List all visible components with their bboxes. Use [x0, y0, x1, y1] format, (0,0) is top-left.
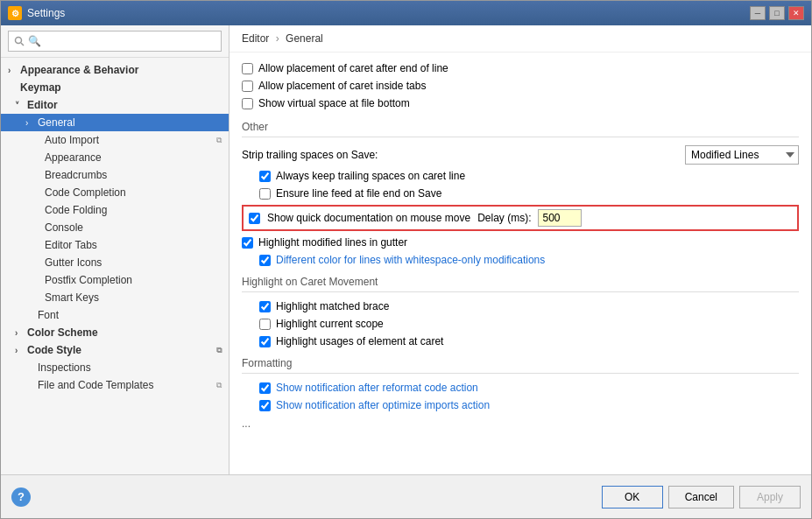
search-box	[1, 25, 229, 58]
bottom-bar: ? OK Cancel Apply	[1, 474, 811, 518]
checkbox-row-show-reformat: Show notification after reformat code ac…	[259, 379, 799, 396]
checkbox-row-keep-trailing: Always keep trailing spaces on caret lin…	[259, 167, 799, 185]
label-show-virtual-space: Show virtual space at file bottom	[258, 97, 410, 109]
sidebar-item-editor[interactable]: ˅ Editor	[1, 96, 229, 114]
checkbox-row-virtual-space: Show virtual space at file bottom	[242, 95, 799, 112]
checkbox-row-highlight-brace: Highlight matched brace	[259, 298, 799, 315]
sidebar-item-label: General	[38, 116, 75, 129]
checkbox-allow-caret-tabs[interactable]	[242, 81, 253, 92]
expand-arrow: ›	[15, 328, 24, 338]
ellipsis: ...	[242, 414, 799, 430]
label-highlight-modified: Highlight modified lines in gutter	[258, 236, 407, 249]
window-controls: ─ □ ✕	[750, 6, 804, 20]
sidebar-item-label: Inspections	[38, 361, 91, 374]
formatting-section-header: Formatting	[242, 357, 799, 369]
sidebar-item-editor-tabs[interactable]: Editor Tabs	[1, 236, 229, 254]
sidebar-item-keymap[interactable]: Keymap	[1, 79, 229, 96]
breadcrumb-separator: ›	[276, 32, 279, 45]
label-highlight-usages: Highlight usages of element at caret	[276, 335, 443, 347]
checkbox-highlight-brace[interactable]	[259, 301, 271, 312]
close-button[interactable]: ✕	[788, 6, 804, 20]
sidebar-item-general[interactable]: › General	[1, 114, 229, 131]
sidebar-item-label: Code Completion	[45, 186, 126, 199]
checkbox-quick-doc[interactable]	[249, 213, 260, 224]
minimize-button[interactable]: ─	[750, 6, 766, 20]
search-input[interactable]	[8, 31, 222, 52]
delay-input[interactable]	[538, 209, 582, 227]
right-panel: Editor › General Allow placement of care…	[229, 25, 811, 474]
sidebar-item-file-code-templates[interactable]: File and Code Templates ⧉	[1, 376, 229, 394]
title-bar-left: ⚙ Settings	[8, 6, 65, 20]
breadcrumb-current: General	[286, 32, 323, 45]
checkbox-show-optimize[interactable]	[259, 400, 271, 411]
sidebar-item-label: File and Code Templates	[38, 379, 154, 391]
app-icon: ⚙	[8, 6, 22, 20]
label-show-reformat[interactable]: Show notification after reformat code ac…	[276, 382, 478, 394]
expand-arrow: ›	[8, 66, 17, 75]
apply-button[interactable]: Apply	[739, 486, 801, 508]
dialog-buttons: OK Cancel Apply	[602, 486, 801, 508]
item-icon: ⧉	[216, 136, 222, 145]
checkbox-highlight-usages[interactable]	[259, 336, 271, 347]
sidebar-item-auto-import[interactable]: Auto Import ⧉	[1, 131, 229, 149]
other-section-header: Other	[242, 121, 799, 133]
checkbox-row-show-optimize: Show notification after optimize imports…	[259, 396, 799, 414]
sidebar-item-code-style[interactable]: › Code Style ⧉	[1, 341, 229, 359]
sidebar-item-appearance[interactable]: Appearance	[1, 149, 229, 166]
checkbox-row-caret-tabs: Allow placement of caret inside tabs	[242, 77, 799, 95]
sidebar-item-label: Code Folding	[45, 204, 107, 216]
delay-label: Delay (ms):	[477, 212, 531, 224]
sidebar-item-color-scheme[interactable]: › Color Scheme	[1, 324, 229, 341]
expand-arrow: ›	[15, 346, 24, 355]
checkbox-highlight-scope[interactable]	[259, 319, 271, 330]
checkbox-different-color[interactable]	[259, 255, 271, 266]
cancel-button[interactable]: Cancel	[668, 486, 734, 508]
checkbox-highlight-modified[interactable]	[242, 237, 253, 249]
sidebar-item-breadcrumbs[interactable]: Breadcrumbs	[1, 166, 229, 184]
window-title: Settings	[27, 7, 65, 19]
sidebar-item-label: Color Scheme	[27, 326, 98, 339]
section-divider-2	[242, 291, 799, 292]
breadcrumb-root: Editor	[242, 32, 269, 45]
sidebar-item-inspections[interactable]: Inspections	[1, 359, 229, 376]
sidebar-item-postfix-completion[interactable]: Postfix Completion	[1, 271, 229, 289]
sidebar-item-label: Editor	[27, 99, 58, 111]
strip-trailing-select[interactable]: None All Modified Lines	[685, 145, 799, 165]
checkbox-allow-caret-end[interactable]	[242, 63, 253, 74]
checkbox-row-different-color: Different color for lines with whitespac…	[259, 251, 799, 269]
sidebar-item-gutter-icons[interactable]: Gutter Icons	[1, 254, 229, 271]
settings-window: ⚙ Settings ─ □ ✕ › Appearance & Behavior	[0, 0, 812, 519]
checkbox-ensure-line-feed[interactable]	[259, 188, 271, 200]
left-panel: › Appearance & Behavior Keymap ˅ Editor …	[1, 25, 229, 474]
checkbox-show-virtual-space[interactable]	[242, 98, 253, 109]
sidebar-item-font[interactable]: Font	[1, 306, 229, 324]
label-show-optimize[interactable]: Show notification after optimize imports…	[276, 399, 490, 411]
settings-content: Allow placement of caret after end of li…	[229, 53, 811, 474]
strip-trailing-row: Strip trailing spaces on Save: None All …	[242, 143, 799, 167]
sidebar-item-label: Appearance	[45, 151, 102, 164]
sidebar-item-label: Breadcrumbs	[45, 169, 107, 181]
checkbox-show-reformat[interactable]	[259, 382, 271, 394]
ok-button[interactable]: OK	[602, 486, 663, 508]
sidebar-item-smart-keys[interactable]: Smart Keys	[1, 289, 229, 306]
label-allow-caret-tabs: Allow placement of caret inside tabs	[258, 80, 426, 92]
label-allow-caret-end: Allow placement of caret after end of li…	[258, 62, 448, 74]
sidebar-item-appearance-behavior[interactable]: › Appearance & Behavior	[1, 61, 229, 79]
checkbox-row-caret-end: Allow placement of caret after end of li…	[242, 60, 799, 77]
sidebar-item-console[interactable]: Console	[1, 219, 229, 236]
help-button[interactable]: ?	[11, 487, 31, 507]
indent-block-trailing: Always keep trailing spaces on caret lin…	[259, 167, 799, 202]
checkbox-row-highlight-usages: Highlight usages of element at caret	[259, 333, 799, 350]
sidebar-item-label: Keymap	[20, 81, 61, 94]
sidebar-item-code-folding[interactable]: Code Folding	[1, 201, 229, 219]
sidebar-item-label: Gutter Icons	[45, 256, 102, 269]
section-divider-3	[242, 373, 799, 374]
label-highlight-scope: Highlight current scope	[276, 318, 384, 330]
highlight-section-header: Highlight on Caret Movement	[242, 276, 799, 288]
indent-block-formatting: Show notification after reformat code ac…	[259, 379, 799, 414]
checkbox-keep-trailing-caret[interactable]	[259, 171, 271, 182]
sidebar-item-code-completion[interactable]: Code Completion	[1, 184, 229, 201]
tree-area: › Appearance & Behavior Keymap ˅ Editor …	[1, 58, 229, 474]
strip-trailing-label: Strip trailing spaces on Save:	[242, 149, 678, 161]
maximize-button[interactable]: □	[769, 6, 785, 20]
